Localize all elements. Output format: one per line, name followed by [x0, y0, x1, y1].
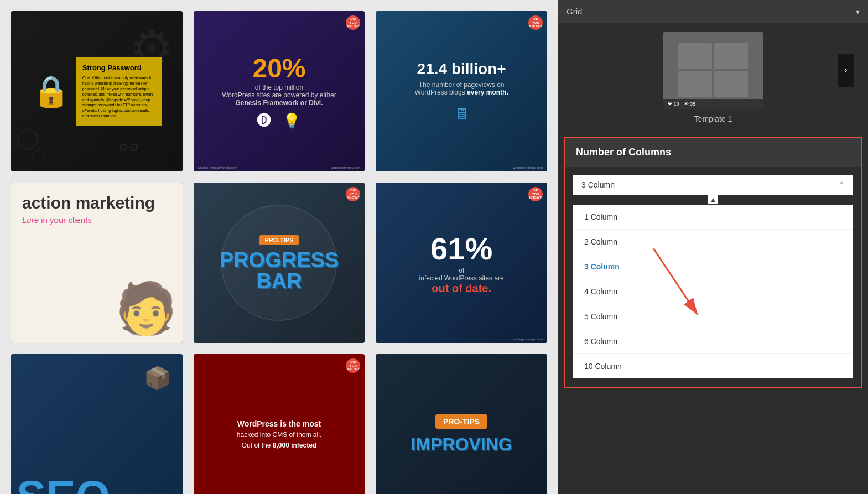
brand-21billion: wpbeginnertips.com — [513, 166, 543, 169]
badge-progress-bar: DIDYOUKNOW? — [346, 187, 360, 201]
column-option-1[interactable]: 1 Column — [573, 205, 853, 230]
grid-item-61percent[interactable]: DIDYOUKNOW? 61% of infected WordPress si… — [376, 183, 547, 343]
brand-61percent: wpbeginnertips.com — [513, 337, 543, 341]
template-preview-area: ❤ 10 👁 05 › Template 1 — [558, 23, 868, 132]
grid-item-wp-hacked[interactable]: DIDYOUKNOW? WordPress is the most hacked… — [194, 354, 365, 494]
61percent-desc2: infected WordPress sites are — [419, 274, 504, 282]
20percent-desc3: Genesis Framework or Divi. — [222, 99, 336, 107]
column-select-display[interactable]: 3 Column ⌃ — [573, 175, 853, 195]
template-heart-bar: ❤ 10 👁 05 — [663, 99, 763, 109]
action-marketing-title: action marketing — [22, 194, 171, 212]
grid-item-action-marketing[interactable]: action marketing Lure in your clients 🧑 — [11, 183, 183, 343]
grid-dropdown[interactable]: Grid ▾ — [558, 0, 868, 23]
column-option-4-label: 4 Column — [584, 287, 617, 296]
num-columns-title: Number of Columns — [576, 147, 850, 158]
grid-item-seo[interactable]: SEO 📦 A creative way to... — [11, 354, 183, 494]
grid-item-21billion[interactable]: DIDYOUKNOW? 21.4 billion+ The number of … — [376, 11, 547, 171]
source-20percent: Source: emailbybrand.com — [198, 166, 237, 169]
improving-title: IMPROVING — [411, 434, 512, 455]
grid-item-progress-bar[interactable]: DIDYOUKNOW? PRO-TIPS PROGRESS BAR — [194, 183, 365, 343]
badge-wp-hacked: DIDYOUKNOW? — [346, 358, 360, 373]
grid-dropdown-label: Grid — [566, 7, 582, 16]
20percent-desc2: WordPress sites are powered by either — [222, 91, 336, 99]
action-marketing-subtitle-rest: in your clients — [41, 215, 92, 225]
template-scroll: ❤ 10 👁 05 › — [566, 32, 860, 109]
template-next-arrow[interactable]: › — [838, 54, 854, 87]
21billion-desc3: every month. — [467, 89, 508, 96]
column-select-value: 3 Column — [581, 180, 615, 189]
61percent-big-text: 61% — [419, 231, 504, 267]
61percent-desc1: of — [459, 267, 464, 274]
column-option-2[interactable]: 2 Column — [573, 230, 853, 254]
61percent-desc3: out of date. — [419, 282, 504, 295]
template-label: Template 1 — [694, 115, 732, 123]
column-select-wrapper: 3 Column ⌃ — [573, 175, 853, 195]
right-sidebar: Grid ▾ ❤ 10 👁 05 › — [558, 0, 868, 494]
20percent-desc1: of the top million — [222, 84, 336, 91]
column-option-3-label: 3 Column — [584, 262, 620, 271]
wp-hacked-text2: hacked into CMS of them all. — [237, 431, 321, 439]
column-option-10-label: 10 Column — [584, 362, 622, 371]
improving-pro-tips: PRO-TIPS — [435, 414, 487, 429]
progress-bar-title: PROGRESS BAR — [202, 249, 357, 292]
column-option-4[interactable]: 4 Column — [573, 279, 853, 304]
num-columns-section: Number of Columns 3 Column ⌃ ▲ 1 Column … — [564, 137, 862, 388]
column-option-5[interactable]: 5 Column — [573, 304, 853, 329]
21billion-desc2: WordPress blogs — [415, 89, 465, 96]
num-columns-header: Number of Columns — [565, 138, 861, 167]
grid-item-20percent[interactable]: DIDYOUKNOW? 20% of the top million WordP… — [194, 11, 365, 171]
main-grid: ⚙ ⚯ 🔒 Strong Password One of the most co… — [0, 0, 558, 494]
eye-count: 05 — [690, 101, 695, 107]
seo-title: SEO — [17, 475, 110, 494]
column-option-3[interactable]: 3 Column — [573, 254, 853, 279]
grid-item-strong-password[interactable]: ⚙ ⚯ 🔒 Strong Password One of the most co… — [11, 11, 183, 171]
wp-hacked-text1: WordPress is the most — [237, 419, 321, 428]
strong-password-title: Strong Password — [82, 64, 155, 72]
badge-61percent: DIDYOUKNOW? — [528, 187, 543, 201]
column-option-6-label: 6 Column — [584, 337, 617, 346]
column-option-1-label: 1 Column — [584, 212, 617, 221]
20percent-big-text: 20% — [222, 53, 336, 84]
chevron-up-icon: ⌃ — [838, 180, 845, 189]
column-options-list: 1 Column 2 Column 3 Column 4 Column 5 Co… — [573, 205, 853, 378]
column-option-6[interactable]: 6 Column — [573, 329, 853, 354]
heart-count: 10 — [674, 101, 679, 107]
progress-bar-pro-tips: PRO-TIPS — [259, 235, 299, 245]
grid-item-improving[interactable]: PRO-TIPS IMPROVING — [376, 354, 547, 494]
template-card[interactable]: ❤ 10 👁 05 — [663, 32, 763, 109]
action-marketing-subtitle-lure: Lure — [22, 215, 39, 225]
wp-hacked-bold: 8,000 infected — [273, 441, 316, 449]
21billion-desc1: The number of pageviews on — [415, 81, 508, 89]
column-option-10[interactable]: 10 Column — [573, 354, 853, 378]
chevron-down-icon: ▾ — [856, 7, 860, 16]
wp-hacked-text3: Out of the — [242, 441, 271, 449]
21billion-big-text: 21.4 billion+ — [415, 60, 508, 78]
badge-21billion: DIDYOUKNOW? — [528, 15, 543, 30]
column-option-2-label: 2 Column — [584, 237, 617, 246]
badge-20percent: DIDYOUKNOW? — [346, 15, 360, 30]
strong-password-desc: One of the most commonly used ways to ha… — [82, 75, 155, 118]
column-option-5-label: 5 Column — [584, 312, 617, 321]
brand-20percent: wpbeginnertips.com — [331, 166, 360, 169]
